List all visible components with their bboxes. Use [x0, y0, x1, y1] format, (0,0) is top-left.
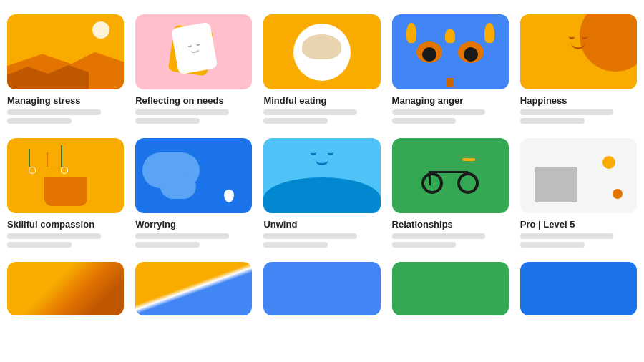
card-subtitle-2 — [7, 242, 72, 248]
card-happiness[interactable]: Happiness — [520, 14, 637, 124]
card-subtitle-1 — [7, 233, 101, 239]
card-image-anger — [392, 14, 509, 89]
flower-pot — [44, 177, 87, 206]
illustration-relationships — [392, 138, 509, 213]
card-image-reflecting — [135, 14, 252, 89]
face-eyes — [569, 36, 587, 39]
card-title: Skillful compassion — [7, 219, 124, 230]
flower-center — [47, 167, 53, 173]
card-title: Reflecting on needs — [135, 95, 252, 106]
card-subtitle-2 — [392, 242, 457, 248]
cards-row-3-partial — [0, 262, 644, 330]
illustration-mindful — [263, 14, 380, 89]
card-image-unwind — [263, 138, 380, 213]
card-subtitle-2 — [520, 118, 585, 124]
cloud-2 — [160, 174, 196, 199]
card-subtitle-1 — [392, 233, 486, 239]
card-subtitle-2 — [392, 118, 457, 124]
card-managing-anger[interactable]: Managing anger — [392, 14, 509, 124]
eye-left — [187, 44, 192, 47]
card-image-managing-stress — [7, 14, 124, 89]
card-mindful-eating[interactable]: Mindful eating — [263, 14, 380, 124]
stem — [29, 149, 30, 167]
card-subtitle-1 — [263, 233, 357, 239]
illustration-skillful — [7, 138, 124, 213]
eye-left — [569, 36, 575, 39]
face-eyes — [187, 43, 200, 47]
bicycle — [421, 158, 479, 194]
partial-card-4[interactable] — [392, 262, 509, 315]
card-subtitle-2 — [520, 242, 585, 248]
flower-1 — [29, 149, 37, 175]
card-reflecting-on-needs[interactable]: Reflecting on needs — [135, 14, 252, 124]
partial-card-2[interactable] — [135, 262, 252, 315]
binocular-right — [458, 41, 484, 63]
bike-wheel-front — [457, 172, 479, 194]
card-worrying[interactable]: Worrying — [135, 138, 252, 248]
eye-right — [196, 43, 200, 46]
cards-row-1: Managing stress Reflecting on — [0, 0, 644, 138]
wave — [263, 177, 380, 213]
sun-icon — [92, 21, 109, 39]
sphere-2 — [613, 189, 623, 199]
card-title: Worrying — [135, 219, 252, 230]
card-subtitle-2 — [135, 242, 200, 248]
card-subtitle-1 — [520, 109, 614, 115]
card-skillful-compassion[interactable]: Skillful compassion — [7, 138, 124, 248]
card-subtitle-2 — [263, 118, 328, 124]
binocular-left — [416, 41, 442, 63]
stem — [47, 152, 48, 167]
card-subtitle-1 — [263, 109, 357, 115]
card-relationships[interactable]: Relationships — [392, 138, 509, 248]
card-title: Happiness — [520, 95, 637, 106]
flower-head — [29, 167, 37, 175]
flames — [392, 14, 509, 43]
flower-center — [62, 167, 67, 173]
flower-head — [61, 167, 69, 175]
partial-card-1[interactable] — [7, 262, 124, 315]
card-title: Unwind — [263, 219, 380, 230]
binocular-bridge — [447, 78, 454, 87]
card-image-happiness — [520, 14, 637, 89]
illustration-happiness — [520, 14, 637, 89]
illustration-anger — [392, 14, 509, 89]
face — [311, 152, 333, 165]
card-managing-stress[interactable]: Managing stress — [7, 14, 124, 124]
card-title: Mindful eating — [263, 95, 380, 106]
card-subtitle-1 — [520, 233, 614, 239]
stem — [61, 145, 62, 167]
card-subtitle-1 — [135, 109, 229, 115]
face-card — [171, 22, 218, 75]
illustration-pro — [520, 138, 637, 213]
partial-card-3[interactable] — [263, 262, 380, 315]
card-subtitle-1 — [135, 233, 229, 239]
card-image-skillful — [7, 138, 124, 213]
pro-box — [535, 167, 577, 202]
flower-2 — [47, 152, 55, 175]
card-pro-level-5[interactable]: Pro | Level 5 — [520, 138, 637, 248]
sphere-1 — [602, 156, 615, 169]
eye-right — [328, 152, 333, 155]
flame-1 — [406, 23, 416, 43]
food — [302, 34, 341, 59]
card-title: Pro | Level 5 — [520, 219, 637, 230]
bike-wheel-back — [421, 172, 443, 194]
main-content: Managing stress Reflecting on — [0, 0, 644, 330]
cards-row-2: Skillful compassion Worrying — [0, 138, 644, 262]
partial-card-5[interactable] — [520, 262, 637, 315]
plate — [293, 24, 351, 81]
bike-seat — [462, 158, 475, 161]
illustration-managing-stress — [7, 14, 124, 89]
card-subtitle-2 — [263, 242, 328, 248]
card-subtitle-2 — [135, 118, 200, 124]
illustration-unwind — [263, 138, 380, 213]
face-mouth — [571, 42, 585, 49]
eye-right — [582, 36, 587, 39]
card-subtitle-2 — [7, 118, 72, 124]
flame-3 — [484, 23, 494, 43]
card-title: Managing anger — [392, 95, 509, 106]
face-eyes — [311, 152, 333, 155]
card-unwind[interactable]: Unwind — [263, 138, 380, 248]
illustration-reflecting — [135, 14, 252, 89]
face-mouth — [190, 48, 200, 53]
